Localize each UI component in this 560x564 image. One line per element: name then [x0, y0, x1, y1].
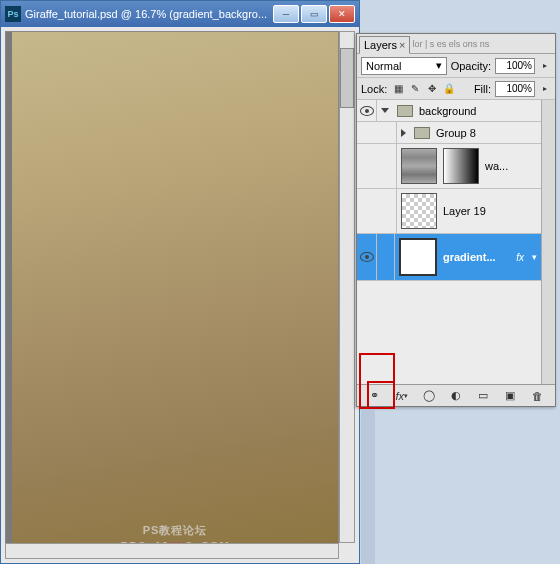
lock-pixels-icon[interactable]: ✎ [408, 82, 422, 96]
horizontal-scrollbar[interactable] [5, 543, 339, 559]
mask-thumbnail[interactable] [443, 148, 479, 184]
layer-name: gradient... [443, 251, 496, 263]
layer-name: wa... [485, 160, 508, 172]
folder-icon [397, 105, 413, 117]
document-viewport[interactable]: PS教程论坛 BBS. 16XX8. COM [5, 31, 339, 559]
lock-position-icon[interactable]: ✥ [425, 82, 439, 96]
tab-layers[interactable]: Layers× [359, 36, 410, 54]
layer-name: Group 8 [436, 127, 476, 139]
opacity-flyout[interactable]: ▸ [539, 58, 551, 74]
panel-scrollbar[interactable] [541, 100, 555, 384]
opacity-input[interactable]: 100% [495, 58, 535, 74]
layer-thumbnail[interactable] [401, 193, 437, 229]
vertical-scrollbar[interactable] [339, 31, 355, 543]
panel-tabs: Layers× lor | s es els ons ns [357, 34, 555, 54]
group-background[interactable]: background [357, 100, 541, 122]
link-layers-button[interactable]: ⚭ [366, 388, 384, 404]
panel-footer: ⚭ fx▾ ◯ ◐ ▭ ▣ 🗑 [357, 384, 555, 406]
visibility-icon[interactable] [360, 106, 374, 116]
close-button[interactable]: ✕ [329, 5, 355, 23]
fill-flyout[interactable]: ▸ [539, 81, 551, 97]
layer-thumbnail[interactable] [399, 238, 437, 276]
fill-label: Fill: [474, 83, 491, 95]
minimize-button[interactable]: ─ [273, 5, 299, 23]
new-group-button[interactable]: ▭ [474, 388, 492, 404]
new-layer-button[interactable]: ▣ [501, 388, 519, 404]
lock-all-icon[interactable]: 🔒 [442, 82, 456, 96]
tab-others[interactable]: lor | s es els ons ns [412, 39, 489, 49]
expand-icon[interactable] [381, 108, 389, 113]
titlebar[interactable]: Ps Giraffe_tutorial.psd @ 16.7% (gradien… [1, 1, 359, 27]
visibility-icon[interactable] [360, 252, 374, 262]
ruler [361, 410, 375, 564]
delete-layer-button[interactable]: 🗑 [528, 388, 546, 404]
opacity-label: Opacity: [451, 60, 491, 72]
document-title: Giraffe_tutorial.psd @ 16.7% (gradient_b… [25, 8, 273, 20]
layer-style-button[interactable]: fx▾ [393, 388, 411, 404]
layer-name: Layer 19 [443, 205, 486, 217]
layer-name: background [419, 105, 477, 117]
layer-mask-button[interactable]: ◯ [420, 388, 438, 404]
lock-transparent-icon[interactable]: ▦ [391, 82, 405, 96]
fill-input[interactable]: 100% [495, 81, 535, 97]
chevron-down-icon: ▾ [436, 59, 442, 72]
maximize-button[interactable]: ▭ [301, 5, 327, 23]
layer-wa[interactable]: wa... [357, 144, 541, 189]
chevron-down-icon[interactable]: ▾ [532, 252, 537, 262]
layers-panel: Layers× lor | s es els ons ns Normal▾ Op… [356, 33, 556, 407]
group-8[interactable]: Group 8 [357, 122, 541, 144]
lock-label: Lock: [361, 83, 387, 95]
fx-badge[interactable]: fx [516, 252, 524, 263]
blend-mode-select[interactable]: Normal▾ [361, 57, 447, 75]
document-window: Ps Giraffe_tutorial.psd @ 16.7% (gradien… [0, 0, 360, 564]
layer-thumbnail[interactable] [401, 148, 437, 184]
close-icon[interactable]: × [399, 39, 405, 51]
adjustment-layer-button[interactable]: ◐ [447, 388, 465, 404]
canvas[interactable]: PS教程论坛 BBS. 16XX8. COM [12, 32, 338, 558]
photoshop-icon: Ps [5, 6, 21, 22]
expand-icon[interactable] [401, 129, 406, 137]
folder-icon [414, 127, 430, 139]
layer-gradient[interactable]: gradient... fx ▾ [357, 234, 541, 281]
layers-list: background Group 8 wa... [357, 100, 541, 384]
layer-19[interactable]: Layer 19 [357, 189, 541, 234]
